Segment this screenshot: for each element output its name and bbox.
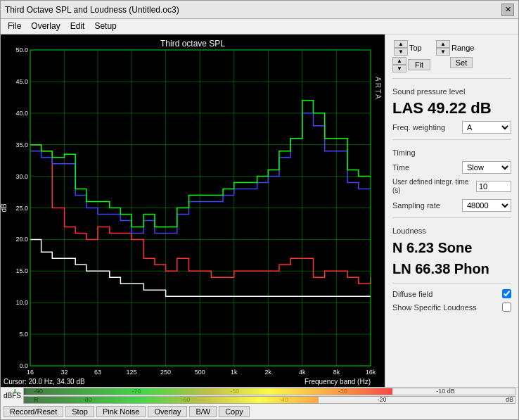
freq-weighting-select[interactable]: A C Z Linear — [462, 121, 511, 134]
timing-section-label: Timing — [392, 148, 511, 157]
stop-button[interactable]: Stop — [65, 406, 94, 417]
freq-weighting-label: Freq. weighting — [392, 123, 459, 132]
buttons-row: Record/Reset Stop Pink Noise Overlay B/W… — [1, 403, 518, 419]
menu-edit[interactable]: Edit — [66, 20, 89, 32]
show-specific-row: Show Specific Loudness — [392, 303, 511, 312]
show-specific-checkbox[interactable] — [502, 303, 511, 312]
fit-down-button[interactable]: ▼ — [392, 65, 406, 72]
top-down-button[interactable]: ▼ — [394, 48, 408, 56]
main-window: Third Octave SPL and Loudness (Untitled.… — [0, 0, 519, 420]
main-content: Third octave SPL ARTA Cursor: 20.0 Hz, 3… — [1, 34, 518, 387]
dbfs-label: dBFS — [4, 392, 23, 400]
set-button[interactable]: Set — [450, 57, 473, 68]
range-up-button[interactable]: ▲ — [436, 40, 450, 48]
diffuse-field-label: Diffuse field — [392, 290, 499, 298]
dbfs-row: dBFS | -90 -70 -50 -30 -10 dB L — [1, 388, 518, 403]
freq-label: Frequency band (Hz) — [305, 378, 371, 386]
sampling-rate-row: Sampling rate 44100 48000 96000 — [392, 199, 511, 212]
range-down-button[interactable]: ▼ — [436, 48, 450, 56]
spl-value: LAS 49.22 dB — [392, 100, 511, 117]
cursor-info: Cursor: 20.0 Hz, 34.30 dB — [4, 378, 85, 386]
user-defined-label: User defined integr. time (s) — [392, 178, 473, 195]
sampling-rate-select[interactable]: 44100 48000 96000 — [462, 199, 511, 212]
close-button[interactable]: ✕ — [501, 4, 514, 16]
right-panel: ▲ ▼ Top ▲ ▼ Fit — [385, 34, 518, 387]
bottom-bar: dBFS | -90 -70 -50 -30 -10 dB L — [1, 387, 518, 419]
diffuse-field-row: Diffuse field — [392, 289, 511, 298]
menu-file[interactable]: File — [4, 20, 25, 32]
diffuse-field-checkbox[interactable] — [502, 289, 511, 298]
range-label: Range — [451, 44, 471, 52]
chart-title: Third octave SPL — [1, 39, 385, 49]
bw-button[interactable]: B/W — [189, 406, 217, 417]
sampling-rate-label: Sampling rate — [392, 201, 459, 210]
top-up-button[interactable]: ▲ — [394, 40, 408, 48]
record-reset-button[interactable]: Record/Reset — [4, 406, 63, 417]
spl-chart — [1, 34, 385, 387]
window-title: Third Octave SPL and Loudness (Untitled.… — [5, 5, 179, 15]
chart-area: Third octave SPL ARTA Cursor: 20.0 Hz, 3… — [1, 34, 385, 387]
overlay-button[interactable]: Overlay — [148, 406, 187, 417]
top-label: Top — [409, 44, 429, 52]
loudness-ln: LN 66.38 Phon — [392, 260, 511, 277]
menu-bar: File Overlay Edit Setup — [1, 19, 518, 34]
fit-button[interactable]: Fit — [408, 59, 430, 70]
time-label: Time — [392, 163, 459, 172]
user-defined-input[interactable] — [476, 181, 511, 192]
pink-noise-button[interactable]: Pink Noise — [96, 406, 146, 417]
show-specific-label: Show Specific Loudness — [392, 303, 499, 312]
menu-setup[interactable]: Setup — [90, 20, 120, 32]
time-select[interactable]: Slow Fast Impulse — [462, 161, 511, 174]
menu-overlay[interactable]: Overlay — [27, 20, 64, 32]
arta-label: ARTA — [374, 77, 382, 101]
user-defined-row: User defined integr. time (s) — [392, 178, 511, 195]
fit-up-button[interactable]: ▲ — [392, 57, 406, 65]
spl-section-label: Sound pressure level — [392, 87, 511, 96]
loudness-n: N 6.23 Sone — [392, 239, 511, 256]
loudness-section-label: Loudness — [392, 227, 511, 235]
title-bar: Third Octave SPL and Loudness (Untitled.… — [1, 1, 518, 19]
time-row: Time Slow Fast Impulse — [392, 161, 511, 174]
freq-weighting-row: Freq. weighting A C Z Linear — [392, 121, 511, 134]
copy-button[interactable]: Copy — [219, 406, 250, 417]
